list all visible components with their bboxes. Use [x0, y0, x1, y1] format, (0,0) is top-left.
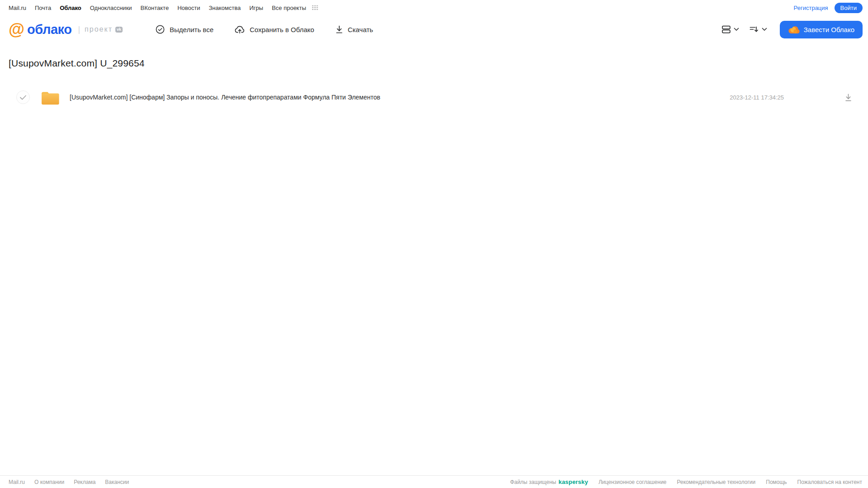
logo-divider: |	[78, 25, 80, 34]
cloud-logo-icon	[788, 25, 800, 34]
footer-link-about[interactable]: О компании	[34, 479, 64, 485]
footer-link-report-content[interactable]: Пожаловаться на контент	[797, 479, 862, 485]
portal-link-news[interactable]: Новости	[177, 5, 200, 11]
portal-link-all-projects[interactable]: Все проекты	[272, 5, 306, 11]
header: @ облако | проект vk Выделить все	[0, 15, 868, 43]
portal-link-mailru[interactable]: Mail.ru	[9, 5, 26, 11]
kaspersky-protection: Файлы защищены kaspersky	[510, 479, 588, 485]
download-icon	[844, 93, 852, 102]
footer-link-license[interactable]: Лицензионное соглашение	[598, 479, 666, 485]
page-title: [UsupovMarket.com] U_299654	[9, 58, 868, 69]
check-icon	[19, 95, 27, 100]
get-cloud-button[interactable]: Завести Облако	[780, 21, 863, 38]
portal-link-cloud[interactable]: Облако	[60, 5, 81, 11]
view-mode-toggle[interactable]	[720, 23, 741, 36]
all-projects-grid-icon[interactable]	[312, 5, 318, 10]
download-icon	[335, 25, 343, 34]
select-all-label: Выделить все	[170, 26, 213, 33]
select-all-check-circle-icon	[155, 24, 165, 34]
download-button[interactable]: Скачать	[335, 25, 373, 34]
toolbar: Выделить все Сохранить в Облако Скачат	[155, 24, 373, 34]
file-date: 2023-12-11 17:34:25	[730, 94, 784, 101]
portal-link-games[interactable]: Игры	[249, 5, 263, 11]
mailru-at-icon: @	[9, 21, 24, 38]
portal-link-mail[interactable]: Почта	[35, 5, 51, 11]
sort-icon	[749, 25, 759, 34]
logo-text: облако	[27, 22, 71, 37]
footer-link-jobs[interactable]: Вакансии	[105, 479, 129, 485]
file-name[interactable]: [UsupovMarket.com] [Синофарм] Запоры и п…	[70, 94, 380, 101]
footer: Mail.ru О компании Реклама Вакансии Файл…	[0, 475, 868, 488]
cloud-upload-icon	[234, 24, 245, 34]
kaspersky-logo[interactable]: kaspersky	[559, 479, 588, 485]
cloud-logo[interactable]: @ облако | проект vk	[9, 21, 123, 38]
footer-link-recommendation-tech[interactable]: Рекомендательные технологии	[677, 479, 756, 485]
folder-icon	[40, 89, 60, 105]
portal-nav: Mail.ru Почта Облако Одноклассники ВКонт…	[0, 0, 868, 15]
row-download-button[interactable]	[844, 92, 853, 103]
protected-label: Файлы защищены	[510, 479, 556, 485]
footer-link-mailru[interactable]: Mail.ru	[9, 479, 25, 485]
file-list-area: [UsupovMarket.com] U_299654 [UsupovMarke…	[0, 58, 868, 109]
get-cloud-label: Завести Облако	[804, 26, 854, 33]
sort-toggle[interactable]	[747, 23, 769, 36]
row-checkbox[interactable]	[16, 90, 30, 104]
file-row[interactable]: [UsupovMarket.com] [Синофарм] Запоры и п…	[0, 85, 868, 109]
save-to-cloud-label: Сохранить в Облако	[250, 26, 314, 33]
registration-link[interactable]: Регистрация	[794, 5, 828, 11]
portal-link-dating[interactable]: Знакомства	[209, 5, 241, 11]
chevron-down-icon	[762, 28, 767, 31]
select-all-button[interactable]: Выделить все	[155, 24, 213, 34]
footer-right: Файлы защищены kaspersky Лицензионное со…	[510, 479, 862, 485]
save-to-cloud-button[interactable]: Сохранить в Облако	[234, 24, 314, 34]
footer-link-ads[interactable]: Реклама	[74, 479, 95, 485]
portal-link-vkontakte[interactable]: ВКонтакте	[141, 5, 169, 11]
login-button[interactable]: Войти	[835, 3, 863, 13]
download-label: Скачать	[348, 26, 373, 33]
portal-auth-area: Регистрация Войти	[794, 3, 863, 13]
list-view-icon	[721, 25, 731, 34]
portal-link-odnoklassniki[interactable]: Одноклассники	[90, 5, 132, 11]
vk-badge-icon: vk	[115, 27, 123, 33]
footer-link-help[interactable]: Помощь	[766, 479, 787, 485]
chevron-down-icon	[734, 28, 739, 31]
project-label: проект	[85, 25, 113, 33]
header-right-controls: Завести Облако	[720, 21, 863, 38]
